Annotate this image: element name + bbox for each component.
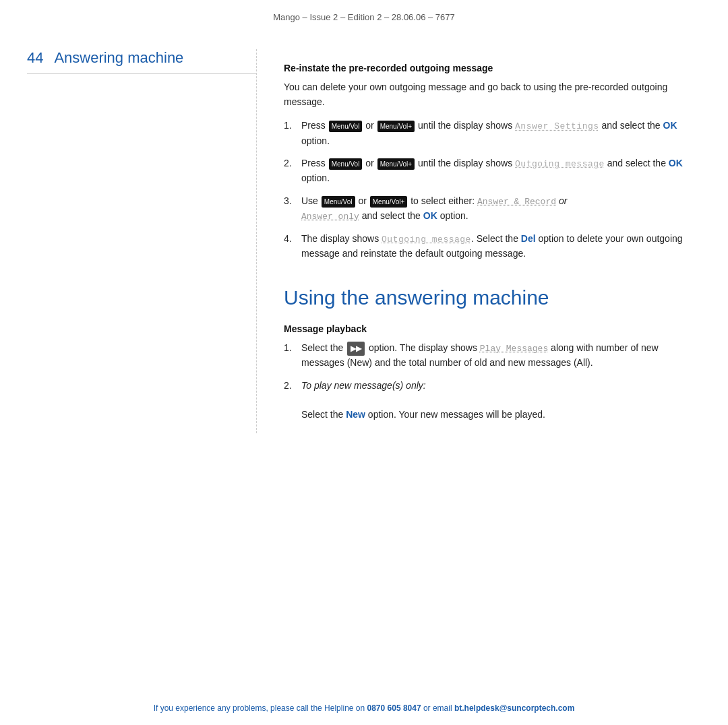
chapter-label: 44 Answering machine <box>27 49 256 67</box>
page-footer: If you experience any problems, please c… <box>0 703 728 713</box>
btn-menuvol-1a: Menu/Vol <box>329 121 363 133</box>
using-step-2: 2. To play new message(s) only: Select t… <box>284 379 701 422</box>
btn-menuvol-2b: Menu/Vol+ <box>377 158 415 170</box>
using-step-1: 1. Select the ▶▶ option. The display sho… <box>284 341 701 371</box>
lcd-play-messages: Play Messages <box>480 344 548 354</box>
lcd-answer-settings: Answer Settings <box>515 121 599 131</box>
step-4-content: The display shows Outgoing message. Sele… <box>301 232 701 261</box>
footer-mid: or <box>421 703 433 713</box>
footer-phone: 0870 605 8047 <box>367 703 421 713</box>
footer-email: bt.helpdesk@suncorptech.com <box>454 703 574 713</box>
lcd-answer-record: Answer & Record <box>477 197 556 207</box>
header-text: Mango – Issue 2 – Edition 2 – 28.06.06 –… <box>273 12 455 22</box>
step-2: 2. Press Menu/Vol or Menu/Vol+ until the… <box>284 156 701 186</box>
btn-menuvol-2a: Menu/Vol <box>329 158 363 170</box>
new-option: New <box>346 409 365 420</box>
page-header: Mango – Issue 2 – Edition 2 – 28.06.06 –… <box>0 0 728 29</box>
chapter-divider <box>27 73 256 74</box>
step-2-italic: To play new message(s) only: <box>301 380 426 391</box>
step-3-content: Use Menu/Vol or Menu/Vol+ to select eith… <box>301 194 701 224</box>
lcd-outgoing-message-2: Outgoing message <box>515 159 605 169</box>
ok-1: OK <box>663 120 677 131</box>
or-italic: or <box>559 195 567 206</box>
reinstate-steps: 1. Press Menu/Vol or Menu/Vol+ until the… <box>284 119 701 261</box>
ok-3: OK <box>423 210 437 221</box>
step-1-num: 1. <box>284 119 301 133</box>
reinstate-intro: You can delete your own outgoing message… <box>284 80 701 109</box>
left-column: 44 Answering machine <box>27 49 256 433</box>
playback-heading: Message playback <box>284 323 701 334</box>
step-1: 1. Press Menu/Vol or Menu/Vol+ until the… <box>284 119 701 148</box>
step-4: 4. The display shows Outgoing message. S… <box>284 232 701 261</box>
using-step-1-num: 1. <box>284 341 301 356</box>
lcd-outgoing-message-4: Outgoing message <box>382 234 471 245</box>
del-btn: Del <box>521 233 536 244</box>
using-section-title: Using the answering machine <box>284 286 701 310</box>
btn-menuvol-3b: Menu/Vol+ <box>370 196 408 208</box>
using-step-1-content: Select the ▶▶ option. The display shows … <box>301 341 701 371</box>
right-column: Re-instate the pre-recorded outgoing mes… <box>256 49 701 433</box>
reinstate-heading: Re-instate the pre-recorded outgoing mes… <box>284 63 701 73</box>
footer-email-label: email <box>433 703 454 713</box>
step-2-content: Press Menu/Vol or Menu/Vol+ until the di… <box>301 156 701 186</box>
page-layout: 44 Answering machine Re-instate the pre-… <box>0 49 728 433</box>
chapter-title: Answering machine <box>54 49 183 67</box>
chapter-number: 44 <box>27 49 43 67</box>
using-step-2-num: 2. <box>284 379 301 393</box>
step-3: 3. Use Menu/Vol or Menu/Vol+ to select e… <box>284 194 701 224</box>
lcd-answer-only: Answer only <box>301 212 359 222</box>
step-4-num: 4. <box>284 232 301 247</box>
ok-2: OK <box>669 158 683 168</box>
using-step-2-content: To play new message(s) only: Select the … <box>301 379 701 422</box>
footer-pre: If you experience any problems, please c… <box>154 703 367 713</box>
play-icon: ▶▶ <box>347 342 365 356</box>
step-3-num: 3. <box>284 194 301 209</box>
using-steps: 1. Select the ▶▶ option. The display sho… <box>284 341 701 422</box>
btn-menuvol-3a: Menu/Vol <box>322 196 355 208</box>
step-2-num: 2. <box>284 156 301 171</box>
step-1-content: Press Menu/Vol or Menu/Vol+ until the di… <box>301 119 701 148</box>
btn-menuvol-1b: Menu/Vol+ <box>377 121 415 133</box>
